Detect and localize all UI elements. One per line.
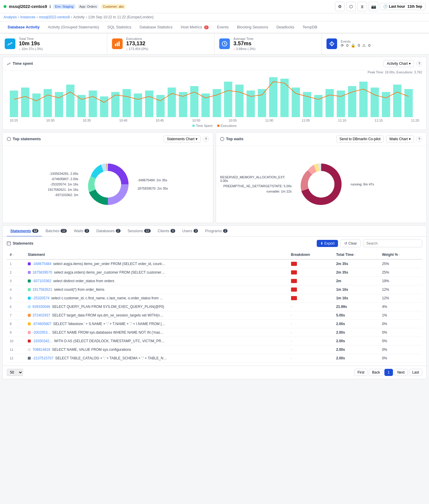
- svg-rect-14: [111, 92, 120, 117]
- row-weight: 19%: [379, 277, 422, 285]
- users-badge: 3: [194, 229, 198, 233]
- bottom-tabs: Statements 12 Batches 12 Waits 3 Databas…: [3, 226, 426, 237]
- stmt-id[interactable]: -2002953...: [32, 330, 51, 335]
- stmt-id[interactable]: 639330046: [32, 305, 50, 309]
- stmt-id[interactable]: -2137515707: [32, 356, 53, 360]
- tab-databases[interactable]: Databases 2: [93, 226, 124, 237]
- activity-chart-button[interactable]: Activity Chart ▾: [384, 60, 414, 67]
- th-total-time[interactable]: Total Time ↕: [333, 250, 379, 259]
- waits-labels-left: RESERVED_MEMORY_ALLOCATION_EXT: 3.00s PR…: [220, 175, 292, 193]
- th-weight[interactable]: Weight % ↕: [379, 250, 422, 259]
- svg-rect-27: [258, 89, 266, 117]
- statements-chart-button[interactable]: Statements Chart ▾: [164, 135, 201, 143]
- breadcrumb-analysis[interactable]: Analysis: [4, 15, 17, 19]
- statements-data-table: # ↕ Statement Breakdown Total Time ↕ Wei…: [7, 250, 422, 363]
- share-button[interactable]: ⬡: [346, 2, 356, 11]
- stmt-id[interactable]: -25320574: [32, 296, 49, 300]
- row-statement: -19350342... WITH D AS (SELECT DEADLOCK,…: [25, 337, 288, 345]
- two-col-charts: Top statements Statements Chart ▾ ? -193…: [2, 132, 427, 223]
- tab-deadlocks[interactable]: Deadlocks: [272, 21, 298, 33]
- row-breakdown: -: [288, 319, 333, 328]
- top-waits-controls: Send to DBmarlin Co-pilot Waits Chart ▾ …: [336, 135, 422, 143]
- statements-chart-info-button[interactable]: ?: [203, 136, 209, 142]
- row-time: 2.00s: [333, 328, 379, 337]
- first-page-button[interactable]: First: [354, 369, 368, 376]
- time-range-button[interactable]: 🕐 Last hour 11th Sep: [380, 3, 425, 10]
- stmt-id[interactable]: -674605807: [32, 322, 51, 326]
- activity-chart-info-button[interactable]: ?: [416, 61, 422, 67]
- row-time: 1m 16s: [333, 285, 379, 294]
- breadcrumb-instance-name[interactable]: mssql2022-centos9: [39, 15, 70, 19]
- camera-button[interactable]: 📷: [369, 2, 378, 11]
- row-statement: -348675484 select avg(a.items) items_per…: [25, 259, 288, 268]
- tab-events[interactable]: Events: [213, 21, 233, 33]
- last-page-button[interactable]: Last: [409, 369, 422, 376]
- top-statements-title: Top statements: [7, 137, 41, 141]
- waits-chart-info-button[interactable]: ?: [416, 136, 422, 142]
- time-label-7: 10:55: [229, 119, 237, 122]
- back-page-button[interactable]: Back: [369, 369, 383, 376]
- tab-host-metrics[interactable]: Host Metrics 0: [177, 21, 213, 33]
- tab-programs[interactable]: Programs 2: [202, 226, 231, 237]
- top-bar-left: mssql2022-centos9 ℹ Env: Staging App: Or…: [4, 4, 126, 9]
- tab-database-statistics[interactable]: Database Statistics: [135, 21, 176, 33]
- table-body: 1 -348675484 select avg(a.items) items_p…: [7, 259, 422, 363]
- search-input[interactable]: [363, 240, 422, 247]
- row-statement: -674605807 SELECT 'bikestore.' + S.NAME …: [25, 319, 288, 328]
- current-page-button[interactable]: 1: [384, 369, 393, 376]
- tab-batches[interactable]: Batches 12: [42, 226, 70, 237]
- row-breakdown: [288, 285, 333, 294]
- legend-time-spent: Time Spent: [192, 124, 212, 127]
- row-breakdown: -: [288, 345, 333, 354]
- breadcrumb-instances[interactable]: Instances: [20, 15, 35, 19]
- statements-labels-right: -348675484: 2m 35s 1875839570: 2m 35s: [137, 178, 209, 190]
- tab-sql-statistics[interactable]: SQL Statistics: [103, 21, 135, 33]
- svg-rect-7: [32, 93, 40, 117]
- svg-point-41: [7, 137, 11, 141]
- stmt-id[interactable]: -348675484: [32, 262, 51, 266]
- pagination: 25 50 100 First Back 1 Next Last: [3, 366, 426, 379]
- row-num: 9: [7, 328, 25, 337]
- waits-chart-button[interactable]: Waits Chart ▾: [386, 135, 414, 143]
- row-num: 12: [7, 354, 25, 362]
- tab-activity-grouped[interactable]: Activity (Grouped Statements): [44, 21, 103, 33]
- statements-chart-content: -1935034281: 2.00s -674605807: 2.00s -25…: [7, 161, 209, 208]
- settings-button[interactable]: ⚙: [335, 2, 344, 11]
- tab-clients[interactable]: Clients 4: [154, 226, 179, 237]
- svg-rect-9: [55, 92, 63, 117]
- tab-blocking[interactable]: Blocking Sessions: [233, 21, 272, 33]
- copilot-button[interactable]: Send to DBmarlin Co-pilot: [336, 135, 384, 143]
- table-row: 9 -2002953... SELECT NAME FROM sys.datab…: [7, 328, 422, 337]
- clear-button[interactable]: ↺ Clear: [340, 240, 361, 247]
- row-num: 10: [7, 337, 25, 345]
- per-page-select[interactable]: 25 50 100: [7, 369, 23, 376]
- stmt-id[interactable]: 372402937: [32, 313, 50, 317]
- next-page-button[interactable]: Next: [394, 369, 408, 376]
- tab-users[interactable]: Users 3: [179, 226, 202, 237]
- stmt-id[interactable]: -19350342...: [32, 339, 52, 343]
- svg-rect-15: [123, 89, 131, 117]
- stmt-id[interactable]: 1875839570: [32, 270, 52, 274]
- waits-badge: 3: [84, 229, 89, 233]
- top-waits-header: Top waits Send to DBmarlin Co-pilot Wait…: [216, 133, 426, 146]
- row-statement: 708814818 SELECT NAME, VALUE FROM sys.co…: [25, 345, 288, 354]
- time-label-2: 10:30: [46, 119, 54, 122]
- export-button[interactable]: ⬇ Export: [317, 240, 338, 247]
- table-head: # ↕ Statement Breakdown Total Time ↕ Wei…: [7, 250, 422, 259]
- tab-tempdb[interactable]: TempDB: [298, 21, 321, 33]
- row-breakdown: -: [288, 328, 333, 337]
- instance-name[interactable]: mssql2022-centos9: [9, 4, 47, 9]
- tab-waits[interactable]: Waits 3: [70, 226, 93, 237]
- stmt-id[interactable]: 708814818: [32, 348, 50, 352]
- tab-sessions[interactable]: Sessions 12: [124, 226, 154, 237]
- waits-donut-svg: [298, 161, 345, 208]
- filter-button[interactable]: ⧖: [358, 2, 367, 11]
- tab-statements[interactable]: Statements 12: [7, 226, 42, 237]
- time-label-1: 10:25: [10, 119, 18, 122]
- stmt-id[interactable]: 1917582621: [32, 287, 52, 292]
- stmt-id[interactable]: -937103362: [32, 279, 51, 283]
- page-buttons: First Back 1 Next Last: [354, 369, 422, 376]
- row-weight: 25%: [379, 268, 422, 277]
- tab-database-activity[interactable]: Database Activity: [4, 21, 44, 33]
- databases-badge: 2: [116, 229, 121, 233]
